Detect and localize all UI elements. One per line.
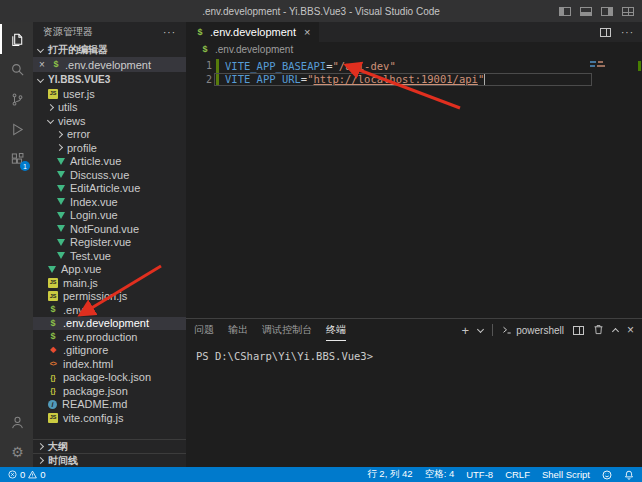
- tree-item-index.html[interactable]: <>index.html: [33, 357, 186, 371]
- editor-tab-bar: $ .env.development × ···: [186, 22, 642, 42]
- tree-item-readme.md[interactable]: iREADME.md: [33, 398, 186, 412]
- open-editors-label: 打开的编辑器: [48, 43, 108, 57]
- split-terminal-icon[interactable]: [573, 326, 584, 335]
- code-line-2[interactable]: 2VITE_APP_URL="http://localhost:19001/ap…: [186, 73, 642, 87]
- minimap[interactable]: [590, 61, 608, 69]
- panel-tab-terminal[interactable]: 终端: [326, 319, 346, 341]
- editor-actions: ···: [600, 22, 642, 42]
- tree-item-main.js[interactable]: JSmain.js: [33, 276, 186, 290]
- tab-close-icon[interactable]: ×: [304, 26, 310, 38]
- js-file-icon: JS: [48, 89, 58, 99]
- tree-item-user.js[interactable]: JSuser.js: [33, 87, 186, 101]
- vue-file-icon: [57, 212, 65, 219]
- editor-more-actions-icon[interactable]: ···: [621, 27, 634, 38]
- tab-env-development[interactable]: $ .env.development ×: [186, 22, 319, 42]
- outline-section-header[interactable]: 大纲: [33, 439, 186, 453]
- tree-item-permission.js[interactable]: JSpermission.js: [33, 290, 186, 304]
- chevron-right-icon: [56, 144, 63, 151]
- close-editor-icon[interactable]: ×: [39, 60, 47, 70]
- panel-tab-debug-console[interactable]: 调试控制台: [262, 319, 312, 341]
- panel-tab-problems[interactable]: 问题: [194, 319, 214, 341]
- tree-item-utils[interactable]: utils: [33, 101, 186, 115]
- tree-item-views[interactable]: views: [33, 114, 186, 128]
- tree-item-discuss.vue[interactable]: Discuss.vue: [33, 168, 186, 182]
- editor-region: $ .env.development × ··· $ .env.developm…: [186, 22, 642, 467]
- terminal-output[interactable]: PS D:\CSharp\Yi\Yi.BBS.Vue3>: [186, 341, 642, 467]
- tree-item-.env[interactable]: $.env: [33, 303, 186, 317]
- language-mode[interactable]: Shell Script: [542, 469, 590, 480]
- editor-pane[interactable]: 1VITE_APP_BASEAPI="/api-dev"2VITE_APP_UR…: [186, 57, 642, 318]
- settings-gear-icon[interactable]: ⚙: [0, 437, 33, 467]
- panel-tab-output[interactable]: 输出: [228, 319, 248, 341]
- open-editors-header[interactable]: 打开的编辑器: [33, 42, 186, 57]
- tree-item-app.vue[interactable]: App.vue: [33, 263, 186, 277]
- timeline-label: 时间线: [48, 454, 78, 468]
- open-editor-label: .env.development: [65, 59, 151, 71]
- split-editor-icon[interactable]: [600, 28, 611, 37]
- customize-layout-icon[interactable]: [622, 7, 634, 16]
- tree-item-notfound.vue[interactable]: NotFound.vue: [33, 222, 186, 236]
- readme-file-icon: i: [48, 400, 57, 409]
- search-icon[interactable]: [0, 54, 33, 84]
- source-control-icon[interactable]: [0, 84, 33, 114]
- run-debug-icon[interactable]: [0, 114, 33, 144]
- breadcrumb-label: .env.development: [215, 44, 293, 55]
- file-tree: JSuser.jsutilsviewserrorprofileArticle.v…: [33, 87, 186, 439]
- tree-item-.gitignore[interactable]: ◆.gitignore: [33, 344, 186, 358]
- notifications-bell-icon[interactable]: [624, 470, 634, 480]
- extensions-icon[interactable]: 1: [0, 144, 33, 174]
- open-editor-item[interactable]: × $ .env.development: [33, 57, 186, 72]
- encoding-indicator[interactable]: UTF-8: [466, 469, 493, 480]
- error-icon: [8, 470, 17, 479]
- new-terminal-icon[interactable]: +: [462, 324, 470, 337]
- sidebar-more-actions-icon[interactable]: ···: [163, 27, 176, 38]
- account-icon[interactable]: [0, 407, 33, 437]
- feedback-smiley-icon[interactable]: [602, 470, 612, 480]
- project-root-header[interactable]: YI.BBS.VUE3: [33, 72, 186, 87]
- outline-label: 大纲: [48, 440, 68, 454]
- tree-item-profile[interactable]: profile: [33, 141, 186, 155]
- eol-indicator[interactable]: CRLF: [505, 469, 530, 480]
- file-name: vite.config.js: [63, 412, 124, 424]
- toggle-panel-icon[interactable]: [580, 7, 592, 16]
- url-link[interactable]: http://localhost:19001/api: [314, 73, 478, 85]
- terminal-dropdown-chevron-icon[interactable]: [477, 325, 484, 332]
- line-number: 1: [186, 60, 212, 71]
- kill-terminal-icon[interactable]: [593, 321, 604, 339]
- tree-item-register.vue[interactable]: Register.vue: [33, 236, 186, 250]
- tree-item-.env.production[interactable]: $.env.production: [33, 330, 186, 344]
- tree-item-package.json[interactable]: {}package.json: [33, 384, 186, 398]
- env-file-icon: $: [200, 45, 210, 55]
- tree-item-article.vue[interactable]: Article.vue: [33, 155, 186, 169]
- activity-bar: 1 ⚙: [0, 22, 33, 467]
- explorer-icon[interactable]: [0, 24, 33, 54]
- tree-item-index.vue[interactable]: Index.vue: [33, 195, 186, 209]
- js-file-icon: JS: [48, 413, 58, 423]
- file-name: .env.development: [63, 317, 149, 329]
- code-token: "/api-dev": [332, 60, 395, 72]
- indentation-indicator[interactable]: 空格: 4: [425, 468, 455, 481]
- vue-file-icon: [57, 225, 65, 232]
- tree-item-error[interactable]: error: [33, 128, 186, 142]
- maximize-panel-icon[interactable]: [612, 328, 619, 335]
- cursor-position[interactable]: 行 2, 列 42: [367, 468, 412, 481]
- tree-item-editarticle.vue[interactable]: EditArticle.vue: [33, 182, 186, 196]
- tree-item-vite.config.js[interactable]: JSvite.config.js: [33, 411, 186, 425]
- sidebar-bottom-sections: 大纲 时间线: [33, 439, 186, 467]
- code-line-1[interactable]: 1VITE_APP_BASEAPI="/api-dev": [186, 59, 642, 73]
- problems-indicator[interactable]: 0 0: [8, 469, 46, 480]
- timeline-section-header[interactable]: 时间线: [33, 453, 186, 467]
- tree-item-.env.development[interactable]: $.env.development: [33, 317, 186, 331]
- tree-item-test.vue[interactable]: Test.vue: [33, 249, 186, 263]
- gear-glyph: ⚙: [11, 445, 24, 459]
- terminal-instance-powershell[interactable]: powershell: [502, 325, 564, 336]
- close-panel-icon[interactable]: ×: [627, 324, 634, 336]
- file-name: Test.vue: [70, 250, 111, 262]
- tree-item-login.vue[interactable]: Login.vue: [33, 209, 186, 223]
- breadcrumb[interactable]: $ .env.development: [186, 42, 642, 57]
- gitignore-file-icon: ◆: [48, 345, 58, 355]
- toggle-secondary-sidebar-icon[interactable]: [601, 7, 613, 16]
- tree-item-package-lock.json[interactable]: {}package-lock.json: [33, 371, 186, 385]
- line-number: 2: [186, 74, 212, 85]
- toggle-sidebar-icon[interactable]: [559, 7, 571, 16]
